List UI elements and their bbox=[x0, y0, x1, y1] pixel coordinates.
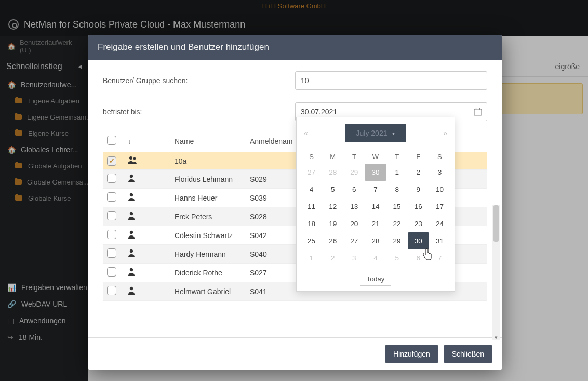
row-name: Helmwart Gabriel bbox=[170, 282, 246, 301]
dow-label: S bbox=[301, 150, 322, 164]
calendar-day[interactable]: 7 bbox=[365, 181, 386, 198]
row-name: Hardy Hermann bbox=[170, 245, 246, 264]
dow-label: T bbox=[343, 150, 365, 164]
calendar-day[interactable]: 27 bbox=[301, 164, 322, 181]
calendar-day[interactable]: 8 bbox=[386, 181, 408, 198]
dow-label: T bbox=[386, 150, 408, 164]
calendar-day[interactable]: 16 bbox=[408, 198, 429, 215]
user-icon bbox=[128, 194, 135, 203]
calendar-icon[interactable] bbox=[472, 106, 484, 118]
row-name: Floridus Lehmann bbox=[170, 170, 246, 189]
row-name: Hanns Heuer bbox=[170, 189, 246, 207]
svg-point-6 bbox=[130, 175, 133, 178]
calendar-day[interactable]: 2 bbox=[322, 249, 343, 267]
scrollbar-thumb[interactable] bbox=[493, 205, 499, 242]
row-name: Cölestin Schwartz bbox=[170, 226, 246, 245]
modal-title: Freigabe erstellen und Benutzer hinzufüg… bbox=[88, 35, 502, 60]
dow-label: S bbox=[429, 150, 450, 164]
month-selector[interactable]: July 2021 ▾ bbox=[345, 124, 407, 142]
svg-point-12 bbox=[130, 287, 133, 290]
table-scrollbar[interactable]: ▾ bbox=[492, 205, 500, 340]
dow-label: F bbox=[408, 150, 429, 164]
svg-point-4 bbox=[129, 156, 132, 160]
calendar-day[interactable]: 29 bbox=[343, 164, 365, 181]
calendar-day[interactable]: 24 bbox=[429, 215, 450, 232]
calendar-day[interactable]: 5 bbox=[386, 249, 408, 267]
datepicker-popup: « July 2021 ▾ » SMTWTFS27282930123456789… bbox=[296, 117, 455, 292]
search-input[interactable] bbox=[295, 71, 487, 90]
user-icon bbox=[128, 213, 135, 221]
select-all-checkbox[interactable] bbox=[107, 136, 116, 145]
row-checkbox[interactable] bbox=[107, 174, 116, 183]
calendar-day[interactable]: 27 bbox=[343, 232, 365, 249]
svg-point-10 bbox=[130, 249, 133, 253]
calendar-day[interactable]: 3 bbox=[429, 164, 450, 181]
calendar-day[interactable]: 17 bbox=[429, 198, 450, 215]
today-button[interactable]: Today bbox=[360, 272, 392, 286]
sort-icon[interactable]: ↓ bbox=[128, 137, 131, 146]
calendar-day[interactable]: 13 bbox=[343, 198, 365, 215]
row-name: Diderick Rothe bbox=[170, 264, 246, 282]
calendar-day[interactable]: 21 bbox=[365, 215, 386, 232]
calendar-day[interactable]: 26 bbox=[322, 232, 343, 249]
calendar-day[interactable]: 23 bbox=[408, 215, 429, 232]
calendar-day[interactable]: 1 bbox=[386, 164, 408, 181]
calendar-day[interactable]: 30 bbox=[365, 164, 386, 181]
calendar-day[interactable]: 7 bbox=[429, 249, 450, 267]
user-icon bbox=[128, 176, 135, 184]
calendar-day[interactable]: 12 bbox=[322, 198, 343, 215]
calendar-day[interactable]: 10 bbox=[429, 181, 450, 198]
row-checkbox[interactable] bbox=[107, 230, 116, 239]
calendar-day[interactable]: 4 bbox=[301, 181, 322, 198]
close-button[interactable]: Schließen bbox=[444, 345, 492, 363]
svg-point-11 bbox=[130, 268, 133, 271]
calendar-day[interactable]: 20 bbox=[343, 215, 365, 232]
user-icon bbox=[128, 232, 135, 240]
next-month-icon[interactable]: » bbox=[443, 129, 447, 137]
scroll-down-icon[interactable]: ▾ bbox=[492, 334, 500, 341]
calendar-day[interactable]: 28 bbox=[365, 232, 386, 249]
calendar-day[interactable]: 11 bbox=[301, 198, 322, 215]
user-icon bbox=[128, 269, 135, 278]
svg-point-9 bbox=[130, 231, 133, 234]
row-checkbox[interactable] bbox=[107, 267, 116, 277]
chevron-down-icon: ▾ bbox=[392, 130, 395, 136]
calendar-day[interactable]: 19 bbox=[322, 215, 343, 232]
calendar-day[interactable]: 6 bbox=[408, 249, 429, 267]
date-label: befristet bis: bbox=[103, 108, 295, 116]
dow-label: W bbox=[365, 150, 386, 164]
user-icon bbox=[128, 288, 135, 296]
calendar-day[interactable]: 3 bbox=[343, 249, 365, 267]
calendar-day[interactable]: 22 bbox=[386, 215, 408, 232]
row-checkbox[interactable] bbox=[107, 211, 116, 220]
svg-point-7 bbox=[130, 193, 133, 196]
row-checkbox[interactable] bbox=[107, 156, 116, 166]
calendar-day[interactable]: 2 bbox=[408, 164, 429, 181]
svg-rect-0 bbox=[474, 109, 482, 115]
user-icon bbox=[128, 251, 135, 259]
calendar-day[interactable]: 31 bbox=[429, 232, 450, 249]
add-button[interactable]: Hinzufügen bbox=[385, 345, 438, 363]
calendar-day[interactable]: 15 bbox=[386, 198, 408, 215]
calendar-day[interactable]: 30 bbox=[408, 232, 429, 249]
group-icon bbox=[128, 157, 137, 166]
calendar-day[interactable]: 25 bbox=[301, 232, 322, 249]
row-checkbox[interactable] bbox=[107, 286, 116, 295]
dow-label: M bbox=[322, 150, 343, 164]
calendar-day[interactable]: 28 bbox=[322, 164, 343, 181]
search-label: Benutzer/ Gruppe suchen: bbox=[103, 76, 295, 85]
calendar-day[interactable]: 6 bbox=[343, 181, 365, 198]
row-checkbox[interactable] bbox=[107, 192, 116, 202]
calendar-day[interactable]: 14 bbox=[365, 198, 386, 215]
col-name[interactable]: Name bbox=[170, 130, 246, 152]
calendar-day[interactable]: 9 bbox=[408, 181, 429, 198]
calendar-day[interactable]: 29 bbox=[386, 232, 408, 249]
calendar-day[interactable]: 5 bbox=[322, 181, 343, 198]
calendar-day[interactable]: 18 bbox=[301, 215, 322, 232]
svg-point-8 bbox=[130, 212, 133, 215]
calendar-day[interactable]: 4 bbox=[365, 249, 386, 267]
calendar-day[interactable]: 1 bbox=[301, 249, 322, 267]
row-checkbox[interactable] bbox=[107, 248, 116, 258]
prev-month-icon[interactable]: « bbox=[304, 129, 308, 137]
row-name: 10a bbox=[170, 152, 246, 170]
